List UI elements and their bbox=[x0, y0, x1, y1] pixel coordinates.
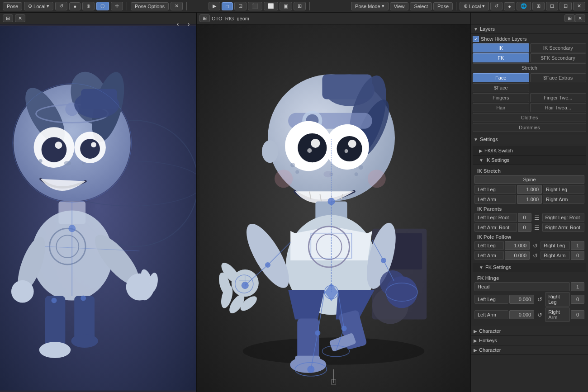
viewport-icon[interactable]: ⊞ bbox=[199, 14, 210, 22]
fk-secondary-btn[interactable]: $FK Secondary bbox=[530, 53, 587, 62]
fk-head-val[interactable]: 1 bbox=[571, 282, 584, 291]
right-arm-root-label: Right Arm: Root bbox=[542, 223, 585, 232]
dummies-btn[interactable]: Dummies bbox=[473, 123, 586, 132]
svg-rect-30 bbox=[45, 296, 66, 350]
stretch-row: Stretch bbox=[473, 63, 586, 72]
arm-root-row: Left Arm: Root 0 ☰ Right Arm: Root bbox=[474, 223, 584, 232]
fk-left-arm-val[interactable]: 0.000 bbox=[509, 310, 534, 319]
fk-left-leg-label: Left Leg bbox=[474, 295, 508, 304]
view-menu[interactable]: View bbox=[390, 2, 409, 10]
sync-btn[interactable]: ↺ bbox=[55, 2, 67, 10]
mesh-select-btn[interactable]: ⬡ bbox=[96, 2, 109, 10]
frame-type-3[interactable]: ⬛ bbox=[248, 2, 262, 10]
pose-mode-menu[interactable]: Pose Mode ▾ bbox=[351, 2, 389, 10]
character-section2-header[interactable]: ▶ Character bbox=[471, 345, 588, 355]
stretch-btn[interactable]: Stretch bbox=[473, 63, 586, 72]
svg-point-11 bbox=[42, 137, 67, 162]
svg-point-113 bbox=[327, 198, 335, 205]
frame-type-1[interactable]: □ bbox=[222, 2, 233, 10]
right-panel-close[interactable]: ✕ bbox=[575, 14, 585, 22]
fk-head-label: Head bbox=[474, 282, 570, 291]
globe-icon-btn[interactable]: 🌐 bbox=[517, 2, 531, 10]
sync2-btn[interactable]: ↺ bbox=[490, 2, 503, 10]
character-section-header[interactable]: ▶ Character bbox=[471, 326, 588, 336]
left-panel-close[interactable]: ✕ bbox=[15, 14, 25, 22]
refresh-icon-1[interactable]: ↺ bbox=[531, 242, 540, 249]
fk-right-arm-val[interactable]: 0 bbox=[571, 310, 584, 319]
face-extras-btn[interactable]: $Face Extras bbox=[530, 73, 587, 82]
circle2-btn[interactable]: ● bbox=[504, 2, 515, 10]
left-panel-icon[interactable]: ⊞ bbox=[3, 14, 13, 22]
pose-options-btn[interactable]: Pose Options bbox=[131, 2, 169, 10]
settings-icon-btn[interactable]: ⊞ bbox=[532, 2, 545, 10]
fk-left-leg-val[interactable]: 0.000 bbox=[509, 295, 534, 304]
pole-left-arm-val[interactable]: 0.000 bbox=[505, 251, 530, 260]
pose-menu[interactable]: Pose bbox=[433, 2, 453, 10]
right-panel-toggle[interactable]: ⊟ bbox=[560, 2, 572, 10]
right-panel-icon[interactable]: ⊞ bbox=[564, 14, 575, 22]
close-left-btn[interactable]: ✕ bbox=[171, 2, 183, 10]
show-hidden-checkbox[interactable]: ✓ bbox=[473, 36, 479, 42]
pole-right-leg-val[interactable]: 1 bbox=[571, 241, 584, 250]
fk-settings-header[interactable]: ▼ FK Settings bbox=[473, 263, 586, 272]
close-right-panel[interactable]: ✕ bbox=[573, 2, 585, 10]
pole-left-leg-val[interactable]: 1.000 bbox=[505, 241, 530, 250]
ik-btn[interactable]: IK bbox=[473, 43, 529, 52]
viewport-bg[interactable] bbox=[197, 24, 470, 392]
left-arm-root-label: Left Arm: Root bbox=[474, 223, 517, 232]
left-arm-value[interactable]: 1.000 bbox=[517, 195, 542, 204]
face-btn[interactable]: Face bbox=[473, 73, 529, 82]
finger-tweak-btn[interactable]: Finger Twe... bbox=[530, 93, 587, 102]
pole-right-arm-val[interactable]: 0 bbox=[571, 251, 584, 260]
refresh-icon-2[interactable]: ↺ bbox=[531, 252, 540, 259]
face3-btn[interactable]: $Face bbox=[473, 83, 529, 92]
layers-section-header[interactable]: ▼ Layers bbox=[471, 24, 588, 34]
fk-right-leg-label: Right Leg bbox=[545, 292, 570, 307]
ik-parents-label: IK Parents bbox=[474, 205, 584, 213]
list-icon-2[interactable]: ☰ bbox=[532, 224, 541, 231]
list-icon-1[interactable]: ☰ bbox=[532, 214, 541, 221]
hotkeys-section-header[interactable]: ▶ Hotkeys bbox=[471, 336, 588, 345]
settings-section-header[interactable]: ▼ Settings bbox=[471, 135, 588, 144]
refresh-icon-3[interactable]: ↺ bbox=[535, 296, 544, 303]
show-hidden-row: ✓ Show Hidden Layers bbox=[473, 36, 586, 42]
select-mode-btn[interactable]: ⊕ bbox=[82, 2, 95, 10]
clothes-btn[interactable]: Clothes bbox=[473, 113, 586, 122]
ik-settings-header[interactable]: ▼ IK Settings bbox=[473, 156, 586, 165]
circle-btn[interactable]: ● bbox=[69, 2, 81, 10]
fk-settings-content: FK Hinge Head 1 Left Leg 0.000 ↺ Right L… bbox=[473, 272, 586, 325]
face-row: Face $Face Extras bbox=[473, 73, 586, 82]
pole-right-arm-label: Right Arm bbox=[541, 251, 570, 260]
cursor-mode-btn[interactable]: ✛ bbox=[111, 2, 123, 10]
svg-point-13 bbox=[55, 142, 62, 149]
pose-mode-btn[interactable]: Pose bbox=[3, 2, 22, 10]
left-arm-root-val[interactable]: 0 bbox=[518, 223, 531, 232]
sync-icon: ↺ bbox=[59, 3, 63, 9]
frame-type-4[interactable]: ⬜ bbox=[264, 2, 278, 10]
hotkeys-arrow: ▶ bbox=[474, 338, 477, 343]
fk-right-leg-val[interactable]: 0 bbox=[571, 295, 584, 304]
refresh-icon-4[interactable]: ↺ bbox=[535, 312, 544, 318]
hair-tweak-btn[interactable]: Hair Twea... bbox=[530, 103, 587, 112]
hair-btn[interactable]: Hair bbox=[473, 103, 529, 112]
select-menu[interactable]: Select bbox=[410, 2, 432, 10]
left-leg-value[interactable]: 1.000 bbox=[517, 185, 542, 194]
frame-type-6[interactable]: ⊞ bbox=[294, 2, 306, 10]
pivot-dropdown[interactable]: ⊕ Local ▾ bbox=[24, 2, 53, 10]
left-leg-root-val[interactable]: 0 bbox=[518, 213, 531, 222]
right-leg-label: Right Leg bbox=[543, 185, 584, 194]
settings-content: ▶ FK/IK Switch ▼ IK Settings IK Stretch … bbox=[471, 144, 588, 326]
ik-secondary-btn[interactable]: IK Secondary bbox=[530, 43, 587, 52]
fkik-switch-header[interactable]: ▶ FK/IK Switch bbox=[473, 146, 586, 156]
frame-type-2[interactable]: ⊡ bbox=[234, 2, 247, 10]
play-btn[interactable]: ▶ bbox=[209, 2, 220, 10]
spine-btn[interactable]: Spine bbox=[474, 175, 584, 184]
fingers-btn[interactable]: Fingers bbox=[473, 93, 529, 102]
local-dropdown2[interactable]: ⊕ Local ▾ bbox=[460, 2, 489, 10]
fk-btn[interactable]: FK bbox=[473, 53, 529, 62]
frame-type-5[interactable]: ▣ bbox=[280, 2, 292, 10]
extra-icon-btn[interactable]: ⊡ bbox=[546, 2, 558, 10]
svg-point-111 bbox=[381, 258, 386, 263]
svg-point-74 bbox=[368, 170, 386, 188]
fk-settings-arrow: ▼ bbox=[479, 265, 484, 270]
